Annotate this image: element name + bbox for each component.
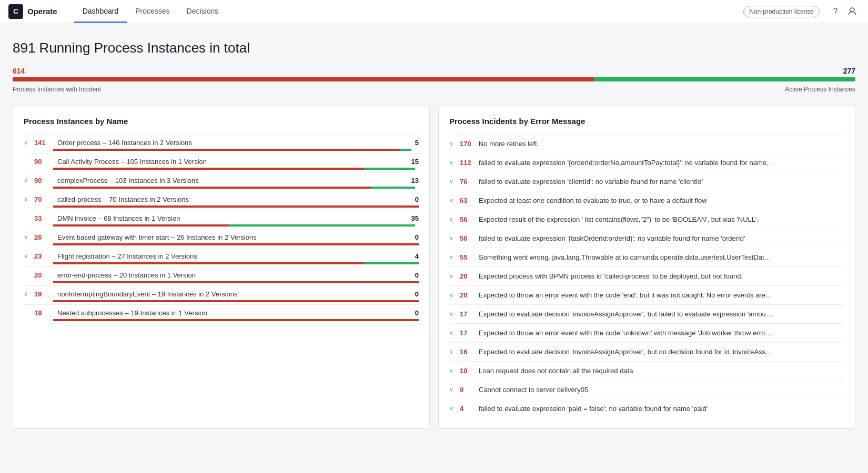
processes-panel: Process Instances by Name ∨141Order proc… — [13, 106, 430, 429]
incident-count: 17 — [460, 329, 479, 337]
process-bar-red — [53, 243, 419, 245]
process-bar — [53, 187, 419, 189]
process-bar — [53, 205, 419, 208]
incident-chevron-icon[interactable]: ∨ — [449, 178, 460, 185]
incident-message[interactable]: Expected at least one condition to evalu… — [479, 197, 773, 204]
incident-chevron-icon[interactable]: ∨ — [449, 197, 460, 204]
incident-message[interactable]: Expected to evaluate decision 'invoiceAs… — [479, 310, 773, 318]
process-active-count: 0 — [403, 271, 419, 279]
process-name[interactable]: Order process – 146 Instances in 2 Versi… — [53, 139, 403, 147]
incident-chevron-icon[interactable]: ∨ — [449, 386, 460, 393]
chevron-icon[interactable]: ∨ — [24, 139, 34, 146]
stats-bar: 614 277 — [13, 67, 855, 75]
incident-message[interactable]: Loan request does not contain all the re… — [479, 367, 773, 375]
incident-count: 16 — [460, 348, 479, 356]
process-name[interactable]: Flight registration – 27 Instances in 2 … — [53, 252, 403, 260]
incident-message[interactable]: Expected process with BPMN process id 'c… — [479, 272, 773, 280]
incident-chevron-icon[interactable]: ∨ — [449, 310, 460, 317]
progress-red — [13, 77, 594, 81]
incident-count: 170 — [460, 140, 479, 148]
incident-list: ∨170No more retries left.∨112failed to e… — [449, 134, 844, 418]
incident-message[interactable]: failed to evaluate expression 'clientId'… — [479, 178, 773, 186]
incident-item: ∨20Expected to throw an error event with… — [449, 285, 844, 304]
incident-count: 56 — [460, 234, 479, 242]
process-item: ∨141Order process – 146 Instances in 2 V… — [24, 134, 419, 153]
chevron-icon[interactable]: ∨ — [24, 196, 34, 203]
incident-chevron-icon[interactable]: ∨ — [449, 234, 460, 242]
user-icon[interactable] — [845, 4, 860, 19]
help-icon[interactable]: ? — [828, 4, 843, 19]
process-name[interactable]: called-process – 70 Instances in 2 Versi… — [53, 196, 403, 203]
incident-item: ∨10Loan request does not contain all the… — [449, 361, 844, 380]
incident-message[interactable]: failed to evaluate expression '{orderId:… — [479, 159, 773, 167]
incident-count: 55 — [460, 253, 479, 261]
incident-chevron-icon[interactable]: ∨ — [449, 291, 460, 299]
progress-green — [594, 77, 855, 81]
incident-chevron-icon[interactable]: ∨ — [449, 253, 460, 261]
incident-chevron-icon[interactable]: ∨ — [449, 140, 460, 147]
process-bar-red — [53, 168, 364, 170]
incident-item: ∨76failed to evaluate expression 'client… — [449, 172, 844, 191]
process-incident-count: 70 — [34, 196, 53, 203]
nav-dashboard[interactable]: Dashboard — [74, 0, 127, 23]
incident-message[interactable]: Expected result of the expression ' list… — [479, 215, 773, 223]
process-bar-red — [53, 224, 229, 227]
incident-item: ∨63Expected at least one condition to ev… — [449, 191, 844, 210]
process-active-count: 0 — [403, 290, 419, 298]
process-active-count: 15 — [403, 158, 419, 166]
process-active-count: 5 — [403, 139, 419, 147]
process-bar — [53, 224, 419, 227]
chevron-icon[interactable]: ∨ — [24, 291, 34, 297]
nav-processes[interactable]: Processes — [127, 0, 178, 23]
chevron-icon[interactable]: ∨ — [24, 177, 34, 184]
process-bar-red — [53, 281, 419, 283]
incident-chevron-icon[interactable]: ∨ — [449, 348, 460, 355]
incident-chevron-icon[interactable]: ∨ — [449, 329, 460, 336]
process-bar-green — [364, 262, 419, 264]
chevron-icon[interactable]: ∨ — [24, 234, 34, 241]
process-incident-count: 33 — [34, 214, 53, 222]
incident-chevron-icon[interactable]: ∨ — [449, 215, 460, 223]
license-badge[interactable]: Non-production license — [743, 6, 820, 17]
nav-decisions[interactable]: Decisions — [178, 0, 227, 23]
incident-message[interactable]: Expected to throw an error event with th… — [479, 291, 773, 299]
processes-panel-title: Process Instances by Name — [24, 117, 419, 126]
incidents-panel-title: Process Incidents by Error Message — [449, 117, 844, 126]
incident-item: ∨112failed to evaluate expression '{orde… — [449, 153, 844, 172]
incident-chevron-icon[interactable]: ∨ — [449, 405, 460, 412]
process-name[interactable]: Nested subprocesses – 19 Instances in 1 … — [53, 309, 403, 317]
incident-message[interactable]: Expected to throw an error event with th… — [479, 329, 773, 337]
incident-chevron-icon[interactable]: ∨ — [449, 367, 460, 374]
process-list: ∨141Order process – 146 Instances in 2 V… — [24, 134, 419, 323]
incident-chevron-icon[interactable]: ∨ — [449, 159, 460, 166]
process-bar-red — [53, 149, 400, 151]
incident-message[interactable]: failed to evaluate expression 'paid = fa… — [479, 405, 773, 413]
incident-item: ∨170No more retries left. — [449, 134, 844, 153]
incident-message[interactable]: No more retries left. — [479, 140, 773, 148]
process-name[interactable]: DMN invoice – 68 Instances in 1 Version — [53, 214, 403, 222]
process-name[interactable]: Event based gateway with timer start – 2… — [53, 233, 403, 241]
process-name[interactable]: Call Activity Process – 105 Instances in… — [53, 158, 403, 166]
process-name[interactable]: complexProcess – 103 Instances in 3 Vers… — [53, 177, 403, 184]
incident-item: ∨17Expected to throw an error event with… — [449, 323, 844, 342]
incident-item: ∨17Expected to evaluate decision 'invoic… — [449, 304, 844, 323]
process-name[interactable]: error-end-process – 20 Instances in 1 Ve… — [53, 271, 403, 279]
columns: Process Instances by Name ∨141Order proc… — [13, 106, 855, 429]
incident-message[interactable]: Something went wrong. java.lang.Throwabl… — [479, 253, 773, 261]
incident-message[interactable]: failed to evaluate expression '{taskOrde… — [479, 234, 773, 242]
process-bar-red — [53, 262, 364, 264]
active-label: Active Process Instances — [785, 86, 855, 93]
incident-message[interactable]: Expected to evaluate decision 'invoiceAs… — [479, 348, 773, 356]
app-name: Operate — [27, 7, 57, 16]
incident-message[interactable]: Cannot connect to server delivery05 — [479, 386, 773, 394]
process-incident-count: 90 — [34, 158, 53, 166]
process-bar — [53, 168, 419, 170]
incident-count: 4 — [460, 405, 479, 413]
process-active-count: 4 — [403, 252, 419, 260]
process-name[interactable]: nonInterruptingBoundaryEvent – 19 Instan… — [53, 290, 403, 298]
incident-chevron-icon[interactable]: ∨ — [449, 272, 460, 280]
main-content: 891 Running Process Instances in total 6… — [0, 23, 868, 441]
chevron-icon[interactable]: ∨ — [24, 253, 34, 260]
incidents-label: Process Instances with Incident — [13, 86, 101, 93]
process-incident-count: 20 — [34, 271, 53, 279]
